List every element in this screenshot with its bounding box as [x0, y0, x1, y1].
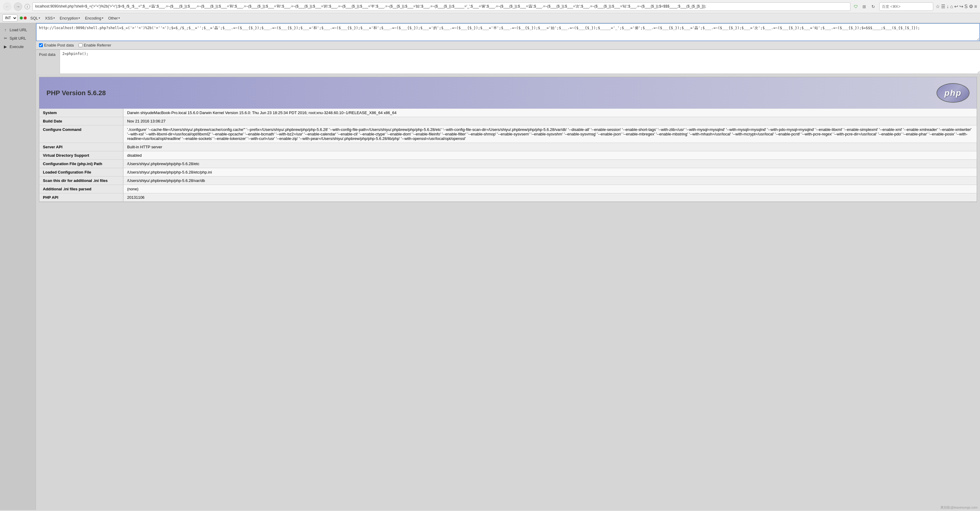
- table-row: Configuration File (php.ini) Path/Users/…: [39, 160, 977, 168]
- post-data-input[interactable]: [60, 50, 980, 74]
- main-area: ↑ Load URL ✂ Split URL ▶ Execute Enable …: [0, 23, 980, 510]
- table-key: Additional .ini files parsed: [39, 185, 123, 193]
- encryption-arrow: ▾: [79, 16, 80, 19]
- table-row: Configure Command'./configure' '--cache-…: [39, 126, 977, 143]
- split-url-label: Split URL: [10, 36, 26, 40]
- post-data-label: Post data: [36, 50, 60, 74]
- enable-referrer-checkbox[interactable]: [79, 43, 83, 47]
- menu-icon[interactable]: ≡: [974, 4, 977, 9]
- load-url-icon: ↑: [3, 27, 8, 32]
- reload-button[interactable]: ↻: [870, 3, 877, 10]
- table-key: Loaded Configuration File: [39, 168, 123, 177]
- table-key: Virtual Directory Support: [39, 151, 123, 160]
- table-value: 20131106: [123, 193, 977, 202]
- table-row: PHP API20131106: [39, 193, 977, 202]
- php-version-text: PHP Version 5.6.28: [46, 89, 106, 97]
- hackbar-toolbar: INT SQL ▾ XSS ▾ Encryption ▾ Encoding ▾ …: [0, 13, 980, 23]
- browser-bar: ← → i 🛡 ⊞ ↻ ☆ ☰ ↓ ⌂ ↩ ↪ S ⚙ ≡: [0, 0, 980, 13]
- table-row: SystemDarwin shiyudeMacBook-Pro.local 15…: [39, 109, 977, 117]
- search-bar[interactable]: [879, 2, 933, 11]
- load-url-label: Load URL: [10, 28, 27, 32]
- split-url-icon: ✂: [3, 36, 8, 40]
- encoding-menu[interactable]: Encoding ▾: [84, 15, 104, 21]
- table-value: /Users/shiyu/.phpbrew/php/php-5.6.28/etc…: [123, 168, 977, 177]
- php-header: PHP Version 5.6.28 php: [39, 77, 977, 109]
- table-value: /Users/shiyu/.phpbrew/php/php-5.6.28/etc: [123, 160, 977, 168]
- back-button[interactable]: ←: [3, 2, 11, 11]
- xss-arrow: ▾: [53, 16, 55, 19]
- info-button[interactable]: i: [25, 4, 30, 9]
- other-menu[interactable]: Other ▾: [107, 15, 121, 21]
- execute-icon: ▶: [3, 44, 8, 49]
- table-row: Server APIBuilt-in HTTP server: [39, 143, 977, 151]
- table-key: Scan this dir for additional .ini files: [39, 177, 123, 185]
- table-value: './configure' '--cache-file=/Users/shiyu…: [123, 126, 977, 143]
- execute-label: Execute: [10, 45, 24, 49]
- table-key: Configuration File (php.ini) Path: [39, 160, 123, 168]
- table-row: Scan this dir for additional .ini files/…: [39, 177, 977, 185]
- status-dots: [20, 16, 27, 19]
- grid-icon[interactable]: ⊞: [861, 3, 867, 10]
- table-key: Configure Command: [39, 126, 123, 143]
- xss-menu[interactable]: XSS ▾: [44, 15, 56, 21]
- reading-list-icon[interactable]: ☰: [941, 3, 945, 9]
- sidebar: ↑ Load URL ✂ Split URL ▶ Execute: [0, 23, 36, 510]
- sql-arrow: ▾: [39, 16, 40, 19]
- table-value: Darwin shiyudeMacBook-Pro.local 15.6.0 D…: [123, 109, 977, 117]
- enable-post-label[interactable]: Enable Post data: [39, 43, 74, 48]
- table-value: (none): [123, 185, 977, 193]
- home-icon[interactable]: ⌂: [950, 4, 953, 9]
- watermark: 离别歌@leavesongs.com: [940, 505, 978, 510]
- table-row: Build DateNov 21 2016 13:06:27: [39, 117, 977, 126]
- enable-referrer-label[interactable]: Enable Referrer: [79, 43, 111, 48]
- table-key: PHP API: [39, 193, 123, 202]
- history-fwd-icon[interactable]: ↪: [959, 3, 963, 9]
- forward-button[interactable]: →: [14, 2, 22, 11]
- other-arrow: ▾: [118, 16, 120, 19]
- shield-icon: 🛡: [853, 3, 859, 10]
- table-row: Loaded Configuration File/Users/shiyu/.p…: [39, 168, 977, 177]
- sidebar-item-execute[interactable]: ▶ Execute: [0, 42, 36, 51]
- php-info-wrapper: PHP Version 5.6.28 php SystemDarwin shiy…: [39, 77, 977, 202]
- history-back-icon[interactable]: ↩: [954, 3, 958, 9]
- table-value: disabled: [123, 151, 977, 160]
- php-info-table: SystemDarwin shiyudeMacBook-Pro.local 15…: [39, 109, 977, 202]
- bookmark-icon[interactable]: ☆: [935, 3, 940, 9]
- table-row: Virtual Directory Supportdisabled: [39, 151, 977, 160]
- php-logo: php: [937, 83, 969, 103]
- dot-red: [24, 16, 27, 19]
- sidebar-item-split-url[interactable]: ✂ Split URL: [0, 34, 36, 42]
- table-value: Built-in HTTP server: [123, 143, 977, 151]
- encryption-menu[interactable]: Encryption ▾: [59, 15, 81, 21]
- dot-green: [20, 16, 23, 19]
- table-key: Build Date: [39, 117, 123, 126]
- table-row: Additional .ini files parsed(none): [39, 185, 977, 193]
- settings-icon[interactable]: ⚙: [969, 3, 973, 9]
- extensions-icon[interactable]: S: [964, 4, 968, 9]
- table-value: /Users/shiyu/.phpbrew/php/php-5.6.28/var…: [123, 177, 977, 185]
- download-icon[interactable]: ↓: [947, 4, 949, 9]
- url-input[interactable]: [36, 23, 980, 41]
- content-area: Enable Post data Enable Referrer Post da…: [36, 23, 980, 510]
- type-select[interactable]: INT: [2, 14, 18, 22]
- post-section: Post data: [36, 50, 980, 74]
- sql-menu[interactable]: SQL ▾: [29, 15, 41, 21]
- enable-post-checkbox[interactable]: [39, 43, 43, 47]
- encoding-arrow: ▾: [102, 16, 103, 19]
- sidebar-item-load-url[interactable]: ↑ Load URL: [0, 26, 36, 34]
- table-value: Nov 21 2016 13:06:27: [123, 117, 977, 126]
- address-bar[interactable]: [32, 2, 850, 11]
- table-key: Server API: [39, 143, 123, 151]
- options-row: Enable Post data Enable Referrer: [36, 41, 980, 50]
- table-key: System: [39, 109, 123, 117]
